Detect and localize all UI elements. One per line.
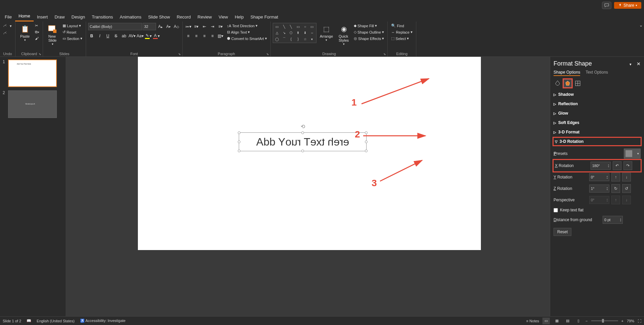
tab-slide-show[interactable]: Slide Show xyxy=(145,12,173,22)
language-status[interactable]: English (United States) xyxy=(37,319,75,323)
align-center-button[interactable]: ≡ xyxy=(193,32,200,40)
new-slide-button[interactable]: New Slide▾ xyxy=(45,23,60,46)
handle-br[interactable] xyxy=(365,150,368,152)
drawing-launcher[interactable]: ⬊ xyxy=(383,52,386,56)
share-button[interactable]: Share ▾ xyxy=(614,2,641,9)
handle-tc[interactable] xyxy=(301,131,304,134)
font-color-button[interactable]: A▾ xyxy=(153,32,160,40)
sorter-view-button[interactable]: ▦ xyxy=(553,318,561,324)
notes-button[interactable]: ≡ Notes xyxy=(526,319,539,323)
section-soft-edges[interactable]: ▷Soft Edges xyxy=(554,119,641,126)
align-right-button[interactable]: ≡ xyxy=(201,32,208,40)
text-direction-button[interactable]: ↕A Text Direction▾ xyxy=(226,23,268,29)
zoom-level[interactable]: 79% xyxy=(627,319,634,323)
font-size-select[interactable] xyxy=(143,23,156,30)
tab-record[interactable]: Record xyxy=(173,12,194,22)
y-rotation-input[interactable]: 0°▴▾ xyxy=(589,173,609,181)
paragraph-launcher[interactable]: ⬊ xyxy=(266,52,269,56)
highlight-button[interactable]: ✎▾ xyxy=(145,32,152,40)
redo-button[interactable] xyxy=(2,30,10,36)
zoom-slider[interactable] xyxy=(591,320,618,321)
reset-button[interactable]: Reset xyxy=(554,228,571,236)
comments-button[interactable] xyxy=(602,2,611,9)
increase-indent-button[interactable]: ⇥ xyxy=(209,23,216,30)
tab-home[interactable]: Home xyxy=(15,11,34,22)
strikethrough-button[interactable]: S xyxy=(112,32,120,40)
rotation-handle-icon[interactable]: ⟲ xyxy=(301,123,305,130)
align-text-button[interactable]: ⊟ Align Text▾ xyxy=(226,29,268,35)
tab-shape-format[interactable]: Shape Format xyxy=(247,12,281,22)
clear-formatting-button[interactable]: A◇ xyxy=(173,23,180,30)
y-rotate-up-button[interactable]: ↑ xyxy=(611,173,620,181)
shape-outline-button[interactable]: ◇ Shape Outline▾ xyxy=(352,29,385,35)
textbox-selected[interactable]: ⟲ Add Your Text here xyxy=(239,132,367,151)
numbering-button[interactable]: ≡▾ xyxy=(193,23,200,30)
x-rotate-left-button[interactable]: ↶ xyxy=(613,161,621,170)
perspective-down-button[interactable]: ↓ xyxy=(622,196,631,204)
shape-effects-button[interactable]: ◎ Shape Effects▾ xyxy=(352,36,385,41)
handle-bl[interactable] xyxy=(238,150,240,152)
underline-button[interactable]: U xyxy=(104,32,112,40)
font-name-select[interactable] xyxy=(88,23,142,30)
presets-dropdown[interactable] xyxy=(624,149,641,159)
tab-transitions[interactable]: Transitions xyxy=(88,12,116,22)
tab-help[interactable]: Help xyxy=(231,12,247,22)
zoom-in-button[interactable]: + xyxy=(621,319,623,323)
effects-icon[interactable] xyxy=(564,79,572,87)
spellcheck-icon[interactable]: 📖 xyxy=(27,319,31,323)
section-3d-format[interactable]: ▷3-D Format xyxy=(554,128,641,136)
italic-button[interactable]: I xyxy=(96,32,104,40)
find-button[interactable]: 🔍 Find xyxy=(390,23,414,29)
collapse-ribbon-button[interactable]: ⌄ xyxy=(638,22,644,56)
font-launcher[interactable]: ⬊ xyxy=(178,52,181,56)
paste-button[interactable]: 📋 Paste▾ xyxy=(17,23,32,42)
section-reflection[interactable]: ▷Reflection xyxy=(554,100,641,108)
thumbnail-2[interactable]: SlideUpLift xyxy=(8,90,57,118)
distance-input[interactable]: 0 pt▴▾ xyxy=(603,216,623,224)
section-button[interactable]: ▭ Section▾ xyxy=(61,36,84,41)
handle-ml[interactable] xyxy=(238,140,240,143)
tab-view[interactable]: View xyxy=(215,12,231,22)
columns-button[interactable]: ▥▾ xyxy=(217,32,224,40)
handle-tl[interactable] xyxy=(238,131,240,134)
arrange-button[interactable]: ⬚ Arrange▾ xyxy=(318,23,335,42)
copy-button[interactable]: ⧉▾ xyxy=(34,29,41,35)
bold-button[interactable]: B xyxy=(88,32,96,40)
tab-file[interactable]: File xyxy=(1,12,15,22)
clipboard-launcher[interactable]: ⬊ xyxy=(39,52,41,56)
line-spacing-button[interactable]: ≡▾ xyxy=(217,23,224,30)
slide-canvas[interactable]: ⟲ Add Your Text here 1 2 3 xyxy=(66,57,550,316)
section-glow[interactable]: ▷Glow xyxy=(554,110,641,117)
perspective-input[interactable]: 0°▴▾ xyxy=(589,196,609,204)
slideshow-view-button[interactable]: ▯ xyxy=(575,318,582,324)
align-left-button[interactable]: ≡ xyxy=(185,32,192,40)
z-rotate-cw-button[interactable]: ↻ xyxy=(611,184,620,193)
thumbnail-1[interactable]: Add Your Text here xyxy=(8,59,57,87)
pane-close-icon[interactable]: ✕ xyxy=(637,61,641,67)
shapes-gallery[interactable]: ▭╲╲▭○▭ △↘⬡⬆⬇↔ ◯⌒{}☆▾ xyxy=(273,23,316,43)
reset-slide-button[interactable]: ↺ Reset xyxy=(61,29,84,35)
bullets-button[interactable]: ≔▾ xyxy=(185,23,192,30)
zoom-out-button[interactable]: − xyxy=(585,319,588,323)
justify-button[interactable]: ≡ xyxy=(209,32,216,40)
decrease-font-button[interactable]: A▾ xyxy=(165,23,172,30)
increase-font-button[interactable]: A▴ xyxy=(157,23,164,30)
size-properties-icon[interactable] xyxy=(574,79,582,87)
replace-button[interactable]: ↔ Replace▾ xyxy=(390,29,414,35)
slide-counter[interactable]: Slide 1 of 2 xyxy=(3,319,21,323)
fit-to-window-button[interactable]: ⛶ xyxy=(638,319,641,323)
keep-text-flat-checkbox[interactable] xyxy=(554,208,558,212)
z-rotate-ccw-button[interactable]: ↺ xyxy=(622,184,631,193)
smartart-button[interactable]: ⬢ Convert to SmartArt▾ xyxy=(226,36,268,41)
y-rotate-down-button[interactable]: ↓ xyxy=(622,173,631,181)
perspective-up-button[interactable]: ↑ xyxy=(611,196,620,204)
reading-view-button[interactable]: ▤ xyxy=(564,318,571,324)
handle-mr[interactable] xyxy=(365,140,368,143)
pane-dropdown-icon[interactable]: ▾ xyxy=(630,62,632,66)
x-rotate-right-button[interactable]: ↷ xyxy=(623,161,632,170)
tab-draw[interactable]: Draw xyxy=(51,12,68,22)
shadow-text-button[interactable]: ab xyxy=(120,32,128,40)
section-3d-rotation[interactable]: ▽3-D Rotation xyxy=(554,138,641,145)
change-case-button[interactable]: Aa▾ xyxy=(137,32,144,40)
tab-review[interactable]: Review xyxy=(194,12,215,22)
